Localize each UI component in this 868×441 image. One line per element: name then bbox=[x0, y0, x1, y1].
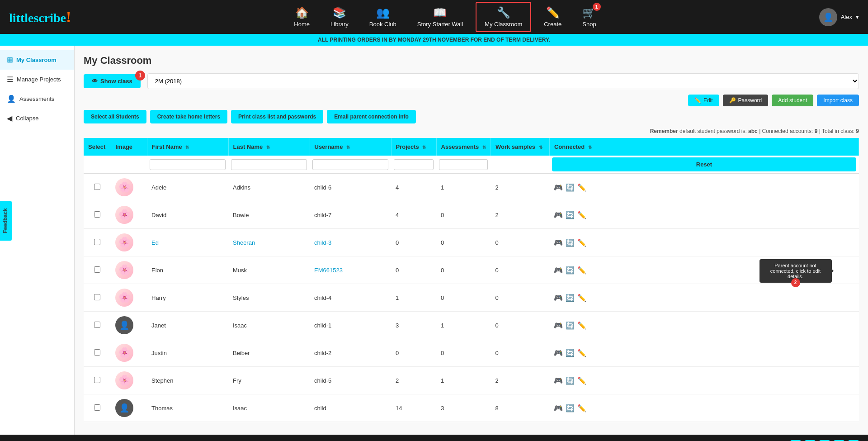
worksamples-cell: 2 bbox=[491, 174, 549, 201]
table-row: 🌸 Stephen Fry child-5 2 1 2 🎮 🔄 ✏️ bbox=[84, 367, 859, 394]
student-firstname-link[interactable]: Ed bbox=[151, 239, 159, 246]
import-class-button[interactable]: Import class bbox=[817, 95, 859, 106]
create-take-home-letters-button[interactable]: Create take home letters bbox=[150, 110, 227, 123]
logo[interactable]: littlescribe! bbox=[9, 9, 71, 26]
nav-item-home[interactable]: 🏠 Home bbox=[286, 3, 318, 31]
parent-not-connected-icon[interactable]: 🎮 bbox=[554, 294, 563, 302]
switch-user-icon[interactable]: 🔄 bbox=[566, 211, 575, 219]
edit-student-icon[interactable]: ✏️ bbox=[577, 349, 586, 357]
sidebar-item-collapse[interactable]: ◀ Collapse bbox=[0, 109, 74, 128]
switch-user-icon[interactable]: 🔄 bbox=[566, 349, 575, 357]
reset-button[interactable]: Reset bbox=[552, 157, 856, 171]
filter-assessments-input[interactable] bbox=[439, 159, 488, 170]
edit-student-icon[interactable]: ✏️ bbox=[577, 376, 586, 385]
student-worksamples: 0 bbox=[495, 239, 498, 246]
student-checkbox[interactable] bbox=[94, 266, 100, 273]
th-firstname[interactable]: First Name ⇅ bbox=[147, 138, 228, 156]
print-class-list-button[interactable]: Print class list and passwords bbox=[231, 110, 323, 123]
filter-lastname-input[interactable] bbox=[231, 159, 307, 170]
student-checkbox[interactable] bbox=[94, 377, 100, 383]
sidebar-item-assessments[interactable]: 👤 Assessments bbox=[0, 89, 74, 109]
logo-text: littlescribe! bbox=[9, 11, 71, 25]
edit-student-icon[interactable]: ✏️ bbox=[577, 211, 586, 219]
switch-user-icon[interactable]: 🔄 bbox=[566, 321, 575, 330]
email-parent-button[interactable]: Email parent connection info bbox=[327, 110, 416, 123]
switch-user-icon[interactable]: 🔄 bbox=[566, 266, 575, 275]
nav-item-shop[interactable]: 🛒 Shop 1 bbox=[574, 3, 604, 31]
nav-item-my-classroom[interactable]: 🔧 My Classroom bbox=[476, 2, 531, 32]
filter-row: Reset bbox=[84, 156, 859, 174]
nav-item-create[interactable]: ✏️ Create bbox=[536, 3, 570, 31]
student-checkbox[interactable] bbox=[94, 404, 100, 411]
firstname-cell: Ed bbox=[147, 229, 228, 256]
parent-connected-icon[interactable]: 🎮 bbox=[554, 349, 563, 357]
edit-student-icon[interactable]: ✏️ bbox=[577, 238, 586, 247]
parent-not-connected-icon[interactable]: 🎮 bbox=[554, 238, 563, 247]
parent-connected-icon[interactable]: 🎮 bbox=[554, 211, 563, 219]
parent-not-connected-icon[interactable]: 🎮 bbox=[554, 266, 563, 275]
switch-user-icon[interactable]: 🔄 bbox=[566, 404, 575, 413]
student-lastname-link[interactable]: Sheeran bbox=[233, 239, 255, 246]
firstname-cell: Elon bbox=[147, 256, 228, 284]
password-button[interactable]: 🔑 Password bbox=[723, 95, 769, 106]
student-checkbox[interactable] bbox=[94, 349, 100, 356]
student-checkbox[interactable] bbox=[94, 239, 100, 245]
parent-connected-icon[interactable]: 🎮 bbox=[554, 376, 563, 385]
nav-label-shop: Shop bbox=[582, 21, 596, 28]
th-connected[interactable]: Connected ⇅ bbox=[549, 138, 859, 156]
student-checkbox[interactable] bbox=[94, 211, 100, 218]
feedback-tab[interactable]: Feedback bbox=[0, 201, 12, 240]
edit-student-icon[interactable]: ✏️ bbox=[577, 321, 586, 330]
sidebar-item-my-classroom[interactable]: ⊞ My Classroom bbox=[0, 50, 74, 70]
row-actions: Parent account not connected, click to e… bbox=[554, 266, 854, 275]
student-username-link[interactable]: child-3 bbox=[314, 239, 331, 246]
add-student-button[interactable]: Add student bbox=[772, 95, 813, 106]
switch-user-icon[interactable]: 🔄 bbox=[566, 238, 575, 247]
parent-connected-icon[interactable]: 🎮 bbox=[554, 183, 563, 192]
th-worksamples[interactable]: Work samples ⇅ bbox=[491, 138, 549, 156]
parent-connected-icon[interactable]: 🎮 bbox=[554, 404, 563, 413]
select-cell bbox=[84, 256, 111, 284]
parent-connected-icon[interactable]: 🎮 bbox=[554, 321, 563, 330]
edit-button[interactable]: ✏️ Edit bbox=[688, 95, 719, 106]
switch-user-icon[interactable]: 🔄 bbox=[566, 376, 575, 385]
edit-student-icon[interactable]: ✏️ bbox=[577, 183, 586, 192]
filter-firstname-input[interactable] bbox=[150, 159, 226, 170]
class-select-dropdown[interactable]: 2M (2018) bbox=[147, 73, 859, 89]
filter-projects-input[interactable] bbox=[394, 159, 434, 170]
th-username[interactable]: Username ⇅ bbox=[310, 138, 391, 156]
switch-user-icon[interactable]: 🔄 bbox=[566, 183, 575, 192]
student-checkbox[interactable] bbox=[94, 184, 100, 190]
th-projects[interactable]: Projects ⇅ bbox=[391, 138, 436, 156]
student-username-link[interactable]: EM661523 bbox=[314, 267, 343, 274]
student-checkbox[interactable] bbox=[94, 322, 100, 328]
nav-item-library[interactable]: 📚 Library bbox=[322, 3, 357, 31]
sidebar-label-my-classroom: My Classroom bbox=[16, 57, 57, 63]
nav-item-story-starter[interactable]: 📖 Story Starter Wall bbox=[409, 3, 471, 31]
nav-item-bookclub[interactable]: 👥 Book Club bbox=[361, 3, 405, 31]
th-lastname[interactable]: Last Name ⇅ bbox=[228, 138, 310, 156]
user-area[interactable]: 👤 Alex ▾ bbox=[819, 8, 859, 26]
student-avatar: 🌸 bbox=[115, 178, 133, 196]
show-class-button[interactable]: 👁 Show class bbox=[84, 74, 141, 88]
edit-student-icon[interactable]: ✏️ bbox=[577, 294, 586, 302]
select-cell bbox=[84, 174, 111, 201]
student-lastname: Beiber bbox=[233, 350, 250, 356]
email-parent-label: Email parent connection info bbox=[334, 114, 409, 120]
filter-username-input[interactable] bbox=[312, 159, 388, 170]
lastname-cell: Beiber bbox=[228, 339, 310, 367]
select-all-students-button[interactable]: Select all Students bbox=[84, 110, 146, 123]
sidebar-item-manage-projects[interactable]: ☰ Manage Projects bbox=[0, 70, 74, 89]
projects-cell: 0 bbox=[391, 256, 436, 284]
th-assessments[interactable]: Assessments ⇅ bbox=[436, 138, 491, 156]
password-info-label: default student password is: bbox=[679, 128, 748, 134]
firstname-cell: Justin bbox=[147, 339, 228, 367]
student-checkbox[interactable] bbox=[94, 294, 100, 300]
edit-student-icon[interactable]: ✏️ bbox=[577, 404, 586, 413]
switch-user-icon[interactable]: 🔄 bbox=[566, 294, 575, 302]
total-in-class-label: Total in class: bbox=[822, 128, 856, 134]
student-username: child-7 bbox=[314, 212, 331, 218]
assessments-cell: 3 bbox=[436, 394, 491, 422]
edit-student-icon[interactable]: ✏️ bbox=[577, 266, 586, 275]
lastname-cell: Isaac bbox=[228, 312, 310, 339]
